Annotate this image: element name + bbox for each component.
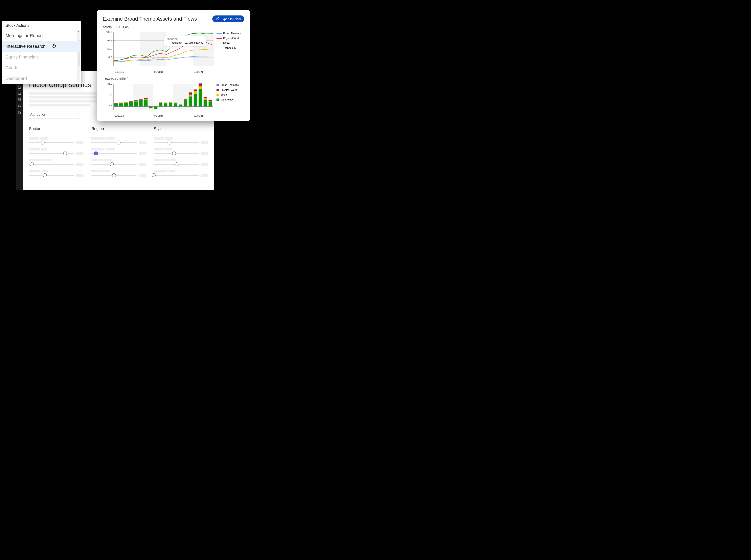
svg-rect-99 <box>194 89 197 92</box>
factor-slider[interactable] <box>29 137 83 144</box>
x-tick: 01/01/19 <box>154 114 194 117</box>
factor-slider[interactable] <box>29 170 83 177</box>
home-icon[interactable] <box>18 85 21 89</box>
slider-knob[interactable] <box>117 141 121 144</box>
slider-knob[interactable] <box>63 152 67 155</box>
factor-slider[interactable] <box>29 148 83 155</box>
flows-chart-title: Flows (USD Billion) <box>103 77 244 80</box>
factor-slider[interactable] <box>154 170 208 177</box>
slider-knob[interactable] <box>43 173 47 177</box>
legend-swatch <box>217 43 222 43</box>
svg-rect-63 <box>149 106 153 106</box>
svg-rect-79 <box>169 102 173 102</box>
svg-text:65.0: 65.0 <box>107 47 112 51</box>
factor-slider[interactable] <box>92 170 146 177</box>
svg-rect-39 <box>119 103 123 103</box>
stock-actions-item[interactable]: Interactive Research <box>2 41 81 52</box>
flows-x-axis: 12/31/16 01/01/19 01/01/21 <box>103 114 244 117</box>
panel-title: Examine Broad Theme Assets and Flows <box>103 16 197 22</box>
stock-actions-item[interactable]: Morningstar Report <box>2 30 81 41</box>
x-tick: 01/01/21 <box>194 71 244 73</box>
svg-rect-50 <box>134 101 138 101</box>
bell-icon[interactable] <box>18 104 21 108</box>
svg-rect-42 <box>124 102 128 103</box>
svg-rect-87 <box>179 105 182 105</box>
factor-column-region: Region <box>92 125 146 179</box>
slider-knob[interactable] <box>41 141 45 144</box>
svg-text:18.0: 18.0 <box>107 94 112 97</box>
legend-label: Social <box>223 41 230 45</box>
svg-rect-86 <box>179 105 182 105</box>
legend-swatch <box>217 33 222 34</box>
legend-item: Broad Thematic <box>217 83 239 87</box>
legend-item: Technology <box>217 45 241 51</box>
stock-actions-item[interactable]: Equity Financials <box>2 52 81 62</box>
svg-rect-88 <box>179 104 182 105</box>
legend-swatch <box>217 99 219 101</box>
export-button-label: Export to Excel <box>221 17 241 21</box>
svg-rect-100 <box>194 89 197 89</box>
legend-label: Technology <box>220 97 234 102</box>
svg-rect-85 <box>179 105 182 106</box>
svg-rect-95 <box>189 93 192 95</box>
x-tick: 12/31/16 <box>115 71 154 73</box>
svg-rect-91 <box>184 99 187 100</box>
svg-rect-92 <box>184 99 187 99</box>
svg-rect-94 <box>189 95 192 97</box>
factor-slider[interactable] <box>92 148 146 155</box>
svg-rect-45 <box>129 102 133 106</box>
svg-text:97.5: 97.5 <box>107 39 112 42</box>
theme-assets-flows-panel: Examine Broad Theme Assets and Flows Exp… <box>97 10 250 121</box>
cursor-icon <box>52 43 57 49</box>
attribution-select-label: Attribution <box>30 113 46 117</box>
slider-knob[interactable] <box>110 162 114 166</box>
svg-rect-69 <box>159 103 162 106</box>
svg-rect-53 <box>139 100 143 106</box>
svg-rect-102 <box>199 86 202 89</box>
stock-actions-item[interactable]: Dashboard <box>2 73 81 84</box>
svg-line-7 <box>217 17 219 19</box>
grid-icon[interactable] <box>18 98 21 101</box>
svg-rect-81 <box>174 103 177 106</box>
svg-rect-84 <box>174 102 177 103</box>
x-tick: 01/01/19 <box>154 71 194 73</box>
slider-knob[interactable] <box>175 162 178 166</box>
folder-icon[interactable] <box>18 92 21 95</box>
slider-knob[interactable] <box>152 173 156 177</box>
factor-slider[interactable] <box>154 148 208 155</box>
export-excel-button[interactable]: Export to Excel <box>212 16 244 22</box>
svg-text:32.5: 32.5 <box>107 56 112 59</box>
svg-rect-47 <box>129 101 133 102</box>
factor-slider[interactable] <box>154 137 208 144</box>
assets-chart-title: Assets (USD Billion) <box>103 25 244 28</box>
document-icon[interactable] <box>18 111 21 114</box>
assets-x-axis: 12/31/16 01/01/19 01/01/21 <box>103 71 244 73</box>
app-sidebar <box>16 76 23 190</box>
factor-slider[interactable] <box>92 159 146 166</box>
slider-knob[interactable] <box>172 152 176 155</box>
slider-knob[interactable] <box>167 141 172 144</box>
factor-slider[interactable] <box>29 159 83 166</box>
stock-actions-item[interactable]: Charts <box>2 62 81 73</box>
slider-knob[interactable] <box>94 152 98 155</box>
svg-rect-106 <box>204 98 207 100</box>
svg-rect-40 <box>119 102 123 103</box>
attribution-select[interactable]: Attribution <box>29 111 80 119</box>
svg-rect-5 <box>18 100 19 101</box>
svg-rect-61 <box>149 106 153 108</box>
factor-slider[interactable] <box>92 137 146 144</box>
legend-item: Technology <box>217 97 239 102</box>
factor-slider[interactable] <box>154 159 208 166</box>
svg-rect-78 <box>169 102 173 103</box>
svg-rect-82 <box>174 103 177 103</box>
svg-rect-75 <box>164 103 167 103</box>
flows-legend: Broad ThematicPhysical WorldSocialTechno… <box>217 82 239 114</box>
legend-item: Social <box>217 93 239 97</box>
slider-knob[interactable] <box>30 162 34 166</box>
svg-text:130.0: 130.0 <box>106 31 112 34</box>
legend-swatch <box>217 94 219 96</box>
svg-text:0.0: 0.0 <box>108 105 112 108</box>
svg-rect-83 <box>174 103 177 103</box>
slider-knob[interactable] <box>112 173 116 177</box>
stock-actions-header[interactable]: Stock Actions <box>2 21 81 30</box>
